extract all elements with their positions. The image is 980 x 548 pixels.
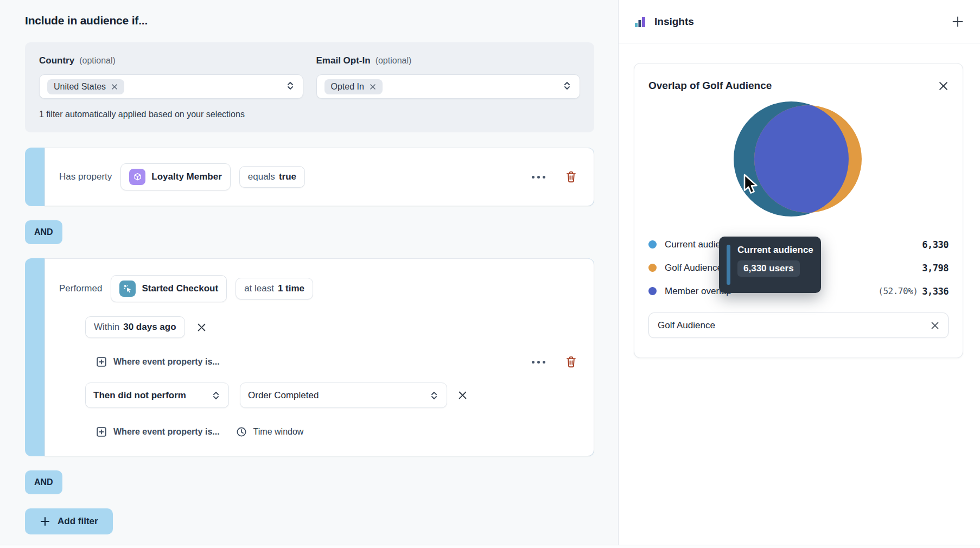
country-optional-label: (optional) (79, 56, 116, 65)
frequency-value: 1 time (278, 283, 304, 294)
row-menu-button[interactable] (532, 361, 545, 364)
delete-filter-button[interactable] (565, 170, 577, 183)
clear-audience-button[interactable] (931, 321, 939, 330)
close-icon (197, 323, 206, 332)
remove-negative-event-button[interactable] (458, 391, 467, 400)
group-accent-bar (25, 148, 44, 206)
negative-event-select[interactable]: Order Completed (240, 383, 447, 408)
insights-panel: Insights Overlap of Golf Audience (618, 0, 980, 545)
ellipsis-icon (532, 176, 545, 179)
chevron-updown-icon (429, 390, 439, 401)
chip-remove-icon[interactable] (111, 84, 118, 90)
prefilter-section: Country(optional) United States Email Op… (25, 42, 594, 132)
audience-builder-panel: Include in audience if... Country(option… (0, 0, 618, 545)
plus-icon (40, 516, 50, 527)
bottom-divider (0, 545, 980, 548)
trash-icon (565, 355, 577, 368)
overlap-insight-card: Overlap of Golf Audience Current audienc… (634, 63, 963, 358)
close-icon (931, 321, 939, 330)
time-window-button[interactable]: Time window (236, 426, 304, 437)
tooltip-title: Current audience (737, 245, 813, 255)
venn-tooltip: Current audience 6,330 users (719, 237, 821, 293)
trash-icon (565, 170, 577, 183)
overlap-percent: (52.70%) (878, 286, 918, 296)
venn-diagram[interactable] (648, 99, 949, 221)
chevron-updown-icon (285, 80, 295, 93)
time-window-chip[interactable]: Within 30 days ago (85, 316, 185, 338)
legend-dot (648, 264, 657, 272)
then-operator-select[interactable]: Then did not perform (85, 383, 229, 408)
row-menu-button[interactable] (532, 176, 545, 179)
add-insight-button[interactable] (951, 15, 965, 29)
chevron-updown-icon (211, 390, 221, 401)
email-optin-select[interactable]: Opted In (316, 74, 581, 99)
and-connector: AND (25, 470, 62, 494)
frequency-prefix: at least (244, 283, 274, 294)
where-event-property-button[interactable]: Where event property is... (96, 356, 220, 367)
ellipsis-icon (532, 361, 545, 364)
event-click-icon (119, 281, 136, 297)
clock-icon (236, 426, 247, 437)
insights-header: Insights (619, 0, 980, 43)
country-select[interactable]: United States (39, 74, 303, 99)
close-icon (938, 81, 949, 91)
chip-remove-icon[interactable] (370, 84, 376, 90)
email-optin-label: Email Opt-In (316, 55, 371, 66)
legend-dot (648, 287, 657, 295)
bar-chart-icon (634, 15, 647, 28)
audience-search-field[interactable] (648, 313, 949, 338)
country-chip[interactable]: United States (47, 79, 124, 94)
frequency-button[interactable]: at least 1 time (236, 278, 313, 300)
delete-filter-button[interactable] (565, 355, 577, 368)
property-name: Loyalty Member (151, 171, 221, 182)
prefilter-note: 1 filter automatically applied based on … (39, 110, 580, 119)
plus-square-icon (96, 426, 107, 437)
chevron-updown-icon (562, 80, 572, 93)
event-button[interactable]: Started Checkout (111, 275, 227, 302)
close-insight-button[interactable] (938, 81, 949, 91)
and-connector: AND (25, 220, 62, 244)
page-title: Include in audience if... (25, 14, 594, 27)
email-optional-label: (optional) (376, 56, 412, 65)
has-property-prefix: Has property (59, 171, 112, 182)
audience-search-input[interactable] (658, 320, 931, 331)
operator-button[interactable]: equals true (239, 166, 305, 188)
add-filter-button[interactable]: Add filter (25, 508, 113, 534)
operator-value: true (279, 171, 296, 182)
country-label: Country (39, 55, 74, 66)
plus-square-icon (96, 356, 107, 367)
insight-card-title: Overlap of Golf Audience (648, 80, 772, 92)
remove-time-window-button[interactable] (197, 323, 206, 332)
event-name: Started Checkout (142, 283, 218, 294)
within-value: 30 days ago (123, 322, 176, 333)
filter-group-has-property: Has property Loyalty Member equals true (25, 148, 594, 206)
property-button[interactable]: Loyalty Member (120, 163, 230, 190)
within-prefix: Within (94, 322, 119, 333)
filter-group-performed: Performed Started Checkout at least 1 ti… (25, 258, 594, 456)
where-event-property-button[interactable]: Where event property is... (96, 426, 220, 437)
operator-text: equals (248, 171, 275, 182)
tooltip-accent-bar (727, 245, 730, 285)
email-optin-chip[interactable]: Opted In (324, 79, 383, 94)
tooltip-value-badge: 6,330 users (737, 260, 800, 277)
close-icon (458, 391, 467, 400)
legend-dot (648, 240, 657, 248)
group-accent-bar (25, 258, 44, 456)
plus-icon (951, 15, 965, 29)
property-cube-icon (129, 169, 145, 185)
insights-title: Insights (654, 16, 694, 28)
performed-prefix: Performed (59, 283, 102, 294)
